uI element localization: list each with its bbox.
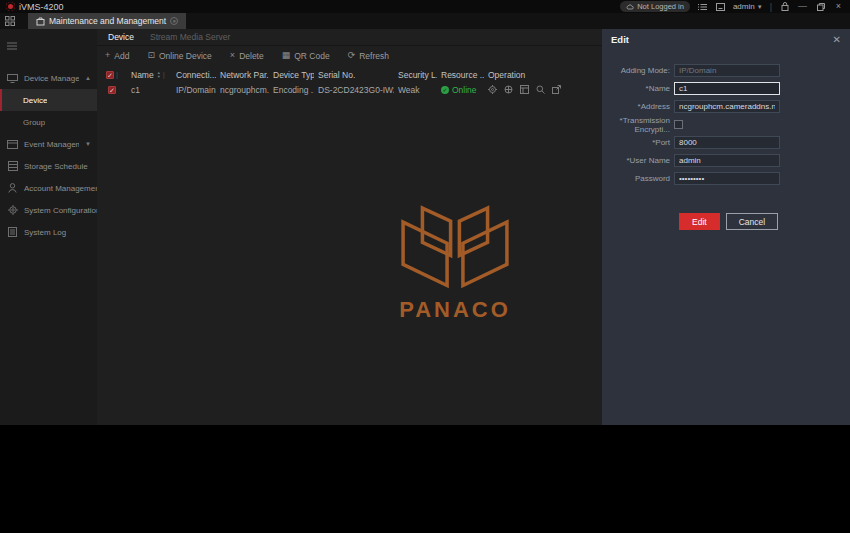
search-icon[interactable] (536, 85, 545, 94)
device-table: ✓| Name ▲▼ | Connecti...| Network Par...… (97, 67, 602, 97)
cloud-icon (626, 4, 634, 10)
sidebar-item-group[interactable]: Group (0, 111, 97, 133)
dialog-title: Edit (611, 34, 629, 45)
panaco-logo-icon (397, 201, 513, 289)
remote-config-icon[interactable] (488, 85, 497, 94)
col-operation: Operation (484, 70, 602, 80)
app-logo-icon (6, 2, 15, 11)
user-name-field[interactable] (674, 154, 780, 167)
upgrade-icon[interactable] (552, 85, 561, 94)
adding-mode-label: Adding Mode: (602, 66, 674, 75)
screen: iVMS-4200 Not Logged in admin ▼ | — (0, 0, 850, 533)
port-field[interactable] (674, 136, 780, 149)
device-toolbar: + Add ⊡ Online Device × Delete ▦ QR Code… (97, 46, 602, 65)
password-row: Password (602, 172, 850, 185)
col-connection[interactable]: Connecti...| (172, 70, 216, 80)
sidebar-collapse-icon[interactable] (7, 36, 97, 54)
col-security-level[interactable]: Security L...| (394, 70, 437, 80)
desktop-background (0, 425, 850, 533)
adding-mode-field (674, 64, 780, 77)
name-field[interactable] (674, 82, 780, 95)
refresh-label: Refresh (359, 51, 389, 61)
task-list-icon[interactable] (697, 1, 708, 12)
col-device-type-label: Device Type (273, 70, 314, 80)
sidebar-item-device-management[interactable]: Device Management ▲ (0, 67, 97, 89)
add-button[interactable]: + Add (105, 51, 129, 61)
col-serial-no[interactable]: Serial No. (314, 70, 394, 80)
col-security-label: Security L... (398, 70, 437, 80)
address-field[interactable] (674, 100, 780, 113)
sidebar-item-event-management[interactable]: Event Management ▼ (0, 133, 97, 155)
chevron-up-icon: ▲ (85, 75, 91, 81)
sidebar-item-label: System Log (24, 228, 66, 237)
delete-label: Delete (239, 51, 264, 61)
online-device-label: Online Device (159, 51, 212, 61)
sidebar-item-system-log[interactable]: System Log (0, 221, 97, 243)
col-device-type[interactable]: Device Type| (269, 70, 314, 80)
user-name-row: *User Name (602, 154, 850, 167)
user-name-label: *User Name (602, 156, 674, 165)
cell-device-type: Encoding ... (269, 85, 314, 95)
close-button[interactable]: × (833, 1, 844, 12)
tab-device[interactable]: Device (108, 32, 134, 42)
online-device-button[interactable]: ⊡ Online Device (147, 51, 211, 61)
sidebar: Device Management ▲ Device Group Event M… (0, 29, 97, 425)
name-label: *Name (602, 84, 674, 93)
sidebar-item-label: Event Management (24, 140, 79, 149)
login-status-label: Not Logged in (637, 2, 684, 11)
cell-connection: IP/Domain (172, 85, 216, 95)
tab-stream-media-server[interactable]: Stream Media Server (150, 32, 230, 42)
col-name[interactable]: Name ▲▼ | (127, 70, 172, 80)
minimize-button[interactable]: — (797, 1, 808, 12)
cell-network: ncgrouphcm... (216, 85, 269, 95)
fullscreen-icon[interactable] (715, 1, 726, 12)
cell-serial-no: DS-2CD2423G0-IW20... (314, 85, 394, 95)
tab-label: Maintenance and Management (49, 16, 166, 26)
qr-code-button[interactable]: ▦ QR Code (282, 51, 330, 61)
online-label: Online (452, 85, 477, 95)
sidebar-item-label: Device Management (24, 74, 79, 83)
row-checkbox[interactable]: ✓ (97, 86, 127, 94)
refresh-button[interactable]: ⟳ Refresh (348, 51, 389, 61)
sidebar-item-label: Device (23, 96, 47, 105)
col-network-label: Network Par... (220, 70, 269, 80)
transmission-encryption-label: *Transmission Encrypti... (602, 116, 674, 134)
select-all-checkbox[interactable]: ✓| (97, 70, 127, 79)
watermark: PANACO (385, 201, 525, 323)
cancel-button[interactable]: Cancel (726, 213, 778, 230)
sidebar-item-account-management[interactable]: Account Management (0, 177, 97, 199)
table-row[interactable]: ✓ c1 IP/Domain ncgrouphcm... Encoding ..… (97, 82, 602, 97)
device-status-icon[interactable] (504, 85, 513, 94)
edit-submit-button[interactable]: Edit (679, 213, 720, 230)
col-network[interactable]: Network Par...| (216, 70, 269, 80)
user-menu[interactable]: admin ▼ (733, 2, 763, 11)
transmission-encryption-checkbox[interactable] (674, 120, 683, 129)
refresh-icon: ⟳ (348, 51, 356, 60)
sidebar-item-storage-schedule[interactable]: Storage Schedule (0, 155, 97, 177)
sidebar-item-system-configuration[interactable]: System Configuration (0, 199, 97, 221)
document-icon (7, 227, 18, 237)
delete-button[interactable]: × Delete (230, 51, 264, 61)
sidebar-item-device[interactable]: Device (0, 89, 97, 111)
col-resource-usage[interactable]: Resource ...| (437, 70, 484, 80)
device-subtabs: Device Stream Media Server (97, 29, 602, 46)
app-body: Device Management ▲ Device Group Event M… (0, 29, 850, 425)
lock-icon[interactable] (779, 1, 790, 12)
sidebar-item-label: Account Management (24, 184, 97, 193)
password-field[interactable] (674, 172, 780, 185)
qr-code-label: QR Code (294, 51, 329, 61)
chevron-down-icon: ▼ (757, 4, 763, 10)
tab-options-icon[interactable]: ● (170, 17, 178, 25)
tab-maintenance-and-management[interactable]: Maintenance and Management ● (28, 13, 186, 29)
dialog-close-icon[interactable]: ✕ (833, 34, 841, 45)
main-panel: Device Stream Media Server + Add ⊡ Onlin… (97, 29, 602, 425)
restore-button[interactable] (815, 1, 826, 12)
monitor-icon (7, 74, 18, 83)
x-icon: × (230, 51, 235, 60)
device-qr-icon[interactable] (520, 85, 529, 94)
app-grid-icon[interactable] (0, 13, 20, 29)
sidebar-item-label: System Configuration (24, 206, 97, 215)
sort-icon[interactable]: ▲▼ (157, 71, 161, 78)
login-status-badge[interactable]: Not Logged in (620, 1, 690, 12)
cell-resource-usage: ✓Online (437, 85, 484, 95)
